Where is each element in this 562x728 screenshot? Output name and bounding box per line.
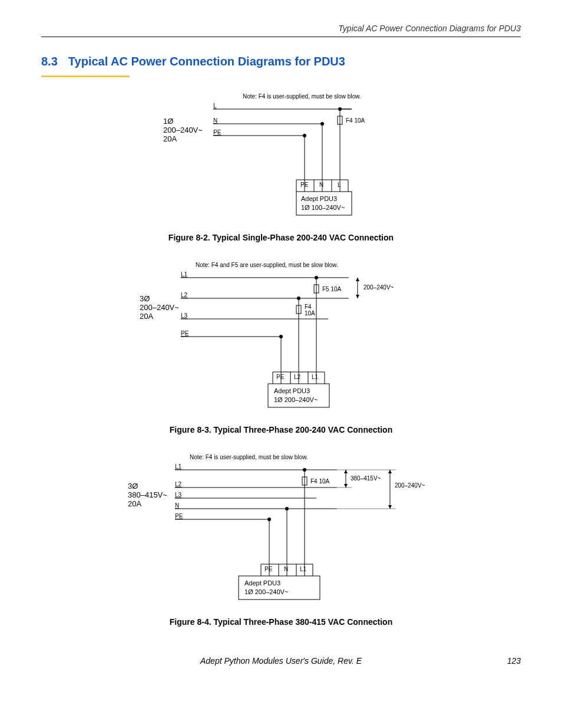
page-number: 123 [507,656,521,666]
section-title: Typical AC Power Connection Diagrams for… [68,55,345,68]
heading-underline [41,75,130,77]
svg-marker-59 [344,470,348,473]
fuse-f4-label-line2: 10A [305,310,315,317]
figure-8-4: Note: F4 is user-supplied, must be slow … [41,452,521,627]
svg-marker-63 [388,505,392,509]
note-text: Note: F4 is user-supplied, must be slow … [243,93,361,100]
supply-current: 20A [163,134,177,143]
note-text: Note: F4 is user-supplied, must be slow … [190,454,308,460]
supply-voltage: 200–240V~ [140,303,179,312]
figure-8-3: Note: F4 and F5 are user-supplied, must … [41,260,521,434]
section-number: 8.3 [41,55,58,68]
supply-phase: 3Ø [140,294,150,303]
pdu-box-line1: Adept PDU3 [274,387,310,394]
wire-l3-label: L3 [181,312,188,319]
page-footer: Adept Python Modules User's Guide, Rev. … [41,656,521,666]
wire-pe-label: PE [181,330,189,337]
supply-voltage: 380–415V~ [128,490,167,499]
svg-marker-62 [388,470,392,473]
wire-l2-label: L2 [181,292,188,298]
voltage-arrow-label: 200–240V~ [363,284,394,291]
footer-doc-title: Adept Python Modules User's Guide, Rev. … [200,656,362,666]
wire-l-label: L [213,103,217,109]
wire-n-label: N [213,117,217,124]
terminal-pe: PE [276,374,285,380]
terminal-l1: L1 [312,374,319,380]
voltage-arrow-200-label: 200–240V~ [395,482,425,489]
supply-current: 20A [140,312,153,321]
wire-l1-label: L1 [175,463,182,470]
note-text: Note: F4 and F5 are user-supplied, must … [196,262,338,268]
wire-l1-label: L1 [181,271,188,278]
svg-marker-37 [356,295,359,298]
supply-voltage: 200–240V~ [163,126,203,134]
supply-current: 20A [128,499,141,508]
svg-marker-36 [356,278,359,281]
diagram-three-phase-200-240: Note: F4 and F5 are user-supplied, must … [140,260,422,419]
wire-l2-label: L2 [175,481,182,487]
pdu-box-line1: Adept PDU3 [301,195,337,202]
figure-8-2-caption: Figure 8-2. Typical Single-Phase 200-240… [41,233,521,242]
terminal-n: N [284,566,288,572]
figure-8-3-caption: Figure 8-3. Typical Three-Phase 200-240 … [41,425,521,434]
terminal-pe: PE [265,566,273,572]
diagram-three-phase-380-415: Note: F4 is user-supplied, must be slow … [128,452,434,611]
pdu-box-line2: 1Ø 100–240V~ [301,204,345,211]
running-header: Typical AC Power Connection Diagrams for… [41,24,521,37]
terminal-l1: L1 [300,566,307,572]
svg-marker-60 [344,484,348,487]
fuse-f4-label: F4 10A [346,117,365,124]
pdu-box-line2: 1Ø 200–240V~ [244,588,288,595]
pdu-box-line2: 1Ø 200–240V~ [274,396,318,403]
fuse-f4-label-line1: F4 [305,304,312,310]
terminal-pe: PE [300,182,309,188]
terminal-n: N [319,182,323,188]
supply-phase: 3Ø [128,482,138,490]
fuse-f4-label: F4 10A [310,478,330,485]
terminal-l: L [338,182,341,188]
wire-pe-label: PE [175,513,183,519]
supply-phase: 1Ø [163,117,173,126]
section-heading: 8.3Typical AC Power Connection Diagrams … [41,55,345,72]
figure-8-2: Note: F4 is user-supplied, must be slow … [41,91,521,242]
diagram-single-phase: Note: F4 is user-supplied, must be slow … [157,91,405,227]
wire-l3-label: L3 [175,492,182,498]
pdu-box-line1: Adept PDU3 [244,579,280,587]
fuse-f5-label: F5 10A [322,286,342,292]
wire-pe-label: PE [213,129,222,136]
voltage-arrow-380-label: 380–415V~ [351,475,381,482]
terminal-l2: L2 [294,374,301,380]
wire-n-label: N [175,502,179,509]
figure-8-4-caption: Figure 8-4. Typical Three-Phase 380-415 … [41,617,521,627]
